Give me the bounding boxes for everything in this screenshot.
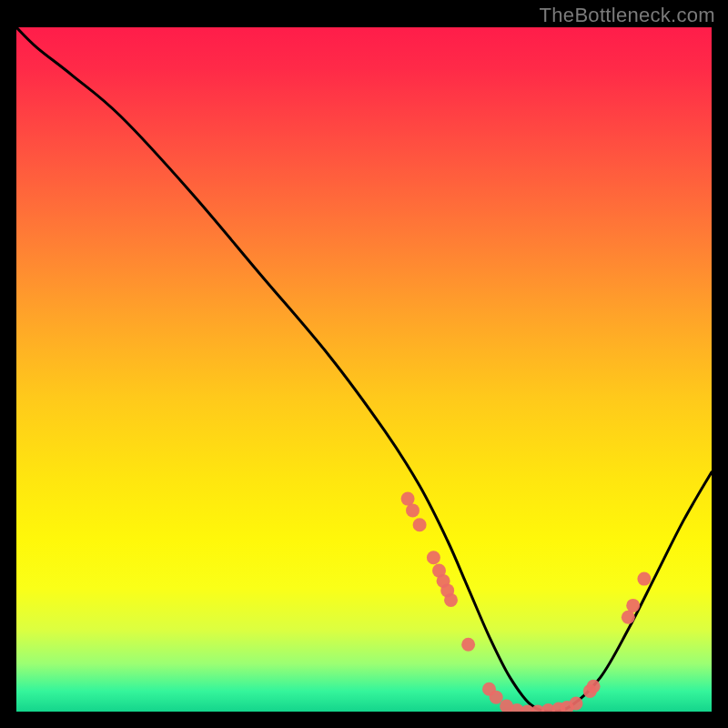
data-point [413, 518, 427, 531]
curve-layer [16, 27, 712, 712]
watermark-text: TheBottleneck.com [540, 4, 715, 27]
data-point [637, 572, 651, 586]
data-point [622, 611, 635, 624]
data-point [427, 551, 440, 564]
data-point [587, 680, 601, 693]
chart-svg [16, 27, 712, 712]
data-point [461, 638, 475, 652]
data-point [406, 503, 420, 517]
chart-container: TheBottleneck.com [0, 0, 728, 728]
data-point [490, 691, 503, 704]
plot-area [16, 27, 712, 712]
data-point [444, 593, 458, 607]
data-point [401, 492, 415, 506]
data-point [626, 599, 640, 612]
data-point [570, 697, 583, 711]
bottleneck-curve [16, 27, 712, 712]
